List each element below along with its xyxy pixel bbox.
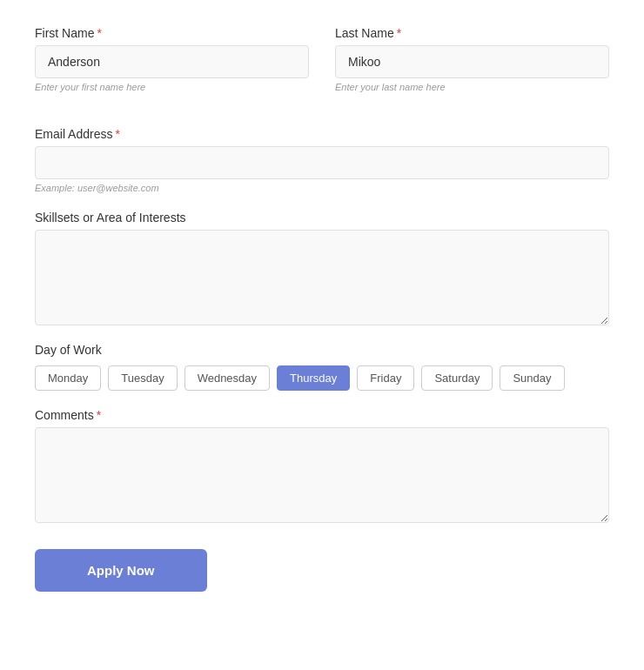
first-name-helper: Enter your first name here (35, 82, 309, 92)
email-helper: Example: user@website.com (35, 183, 609, 193)
email-input[interactable] (35, 146, 609, 179)
skillsets-group: Skillsets or Area of Interests (35, 211, 609, 325)
comments-required: * (97, 408, 101, 422)
day-of-work-label: Day of Work (35, 343, 609, 357)
day-chip-friday[interactable]: Friday (357, 365, 414, 391)
day-chip-monday[interactable]: Monday (35, 365, 101, 391)
last-name-input[interactable] (335, 45, 609, 78)
skillsets-textarea[interactable] (35, 230, 609, 325)
day-chip-tuesday[interactable]: Tuesday (108, 365, 177, 391)
day-chip-wednesday[interactable]: Wednesday (184, 365, 270, 391)
email-label: Email Address* (35, 127, 609, 141)
day-chip-thursday[interactable]: Thursday (277, 365, 350, 391)
last-name-label: Last Name* (335, 26, 609, 40)
apply-now-button[interactable]: Apply Now (35, 549, 207, 592)
first-name-required: * (97, 26, 101, 40)
first-name-input[interactable] (35, 45, 309, 78)
skillsets-label: Skillsets or Area of Interests (35, 211, 609, 224)
comments-label: Comments* (35, 408, 609, 422)
email-required: * (115, 127, 119, 141)
last-name-helper: Enter your last name here (335, 82, 609, 92)
comments-textarea[interactable] (35, 427, 609, 523)
day-chip-saturday[interactable]: Saturday (421, 365, 493, 391)
comments-group: Comments* (35, 408, 609, 523)
last-name-required: * (397, 26, 401, 40)
email-group: Email Address* Example: user@website.com (35, 127, 609, 193)
first-name-label: First Name* (35, 26, 309, 40)
days-group: MondayTuesdayWednesdayThursdayFridaySatu… (35, 365, 609, 391)
last-name-group: Last Name* Enter your last name here (335, 26, 609, 92)
day-of-work-section: Day of Work MondayTuesdayWednesdayThursd… (35, 343, 609, 391)
first-name-group: First Name* Enter your first name here (35, 26, 309, 92)
day-chip-sunday[interactable]: Sunday (500, 365, 564, 391)
